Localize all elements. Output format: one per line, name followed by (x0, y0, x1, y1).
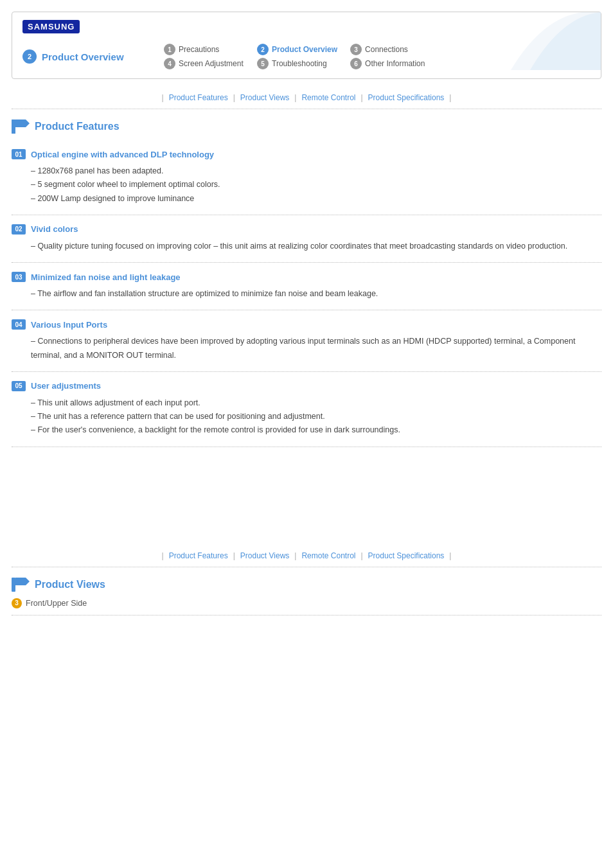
svg-marker-4 (15, 578, 30, 585)
nav-label-3: Connections (365, 45, 408, 54)
nav-item-precautions[interactable]: 1 Precautions (164, 44, 244, 55)
feature-title-01: Optical engine with advanced DLP technol… (31, 150, 214, 159)
feature-block-03: 03 Minimized fan noise and light leakage… (12, 263, 601, 310)
svg-marker-1 (15, 120, 30, 127)
section-flag-icon-views (12, 578, 30, 592)
feature-body-01: – 1280x768 panel has been adapted. – 5 s… (12, 164, 601, 206)
feature-bullet-01-0: – 1280x768 panel has been adapted. (31, 164, 601, 178)
feature-block-01: 01 Optical engine with advanced DLP tech… (12, 140, 601, 215)
feature-bullet-05-0: – This unit allows adjustment of each in… (31, 396, 601, 410)
top-nav-links: | Product Features | Product Views | Rem… (12, 87, 601, 109)
nav-badge-3: 3 (350, 44, 362, 55)
feature-title-row-02: 02 Vivid colors (12, 224, 601, 235)
bottom-nav-link-product-views[interactable]: Product Views (240, 551, 289, 560)
svg-rect-3 (12, 578, 15, 592)
section-number-badge: 2 (22, 49, 37, 64)
feature-badge-04: 04 (12, 319, 26, 330)
section-flag-icon (12, 120, 30, 134)
nav-label-6: Other Information (365, 59, 425, 68)
feature-badge-05: 05 (12, 381, 26, 391)
nav-grid: 1 Precautions 2 Product Overview 3 Conne… (164, 44, 431, 69)
nav-item-other-information[interactable]: 6 Other Information (350, 58, 431, 69)
feature-badge-02: 02 (12, 224, 26, 235)
feature-badge-01: 01 (12, 149, 26, 159)
product-features-title: Product Features (35, 121, 120, 132)
product-views-title: Product Views (35, 579, 105, 590)
product-features-heading: Product Features (12, 120, 601, 134)
feature-bullet-05-2: – For the user's convenience, a backligh… (31, 423, 601, 437)
nav-badge-2: 2 (257, 44, 269, 55)
nav-label-2: Product Overview (272, 45, 337, 54)
front-upper-side: 3 Front/Upper Side (12, 598, 601, 616)
nav-badge-5: 5 (257, 58, 269, 69)
feature-title-04: Various Input Ports (31, 320, 107, 330)
feature-body-02: – Quality picture tuning focused on impr… (12, 240, 601, 253)
bottom-nav-links: | Product Features | Product Views | Rem… (12, 545, 601, 567)
current-section: 2 Product Overview (22, 49, 151, 64)
nav-link-product-views[interactable]: Product Views (240, 93, 289, 102)
nav-link-remote-control[interactable]: Remote Control (301, 93, 355, 102)
feature-bullet-04-0: – Connections to peripheral devices have… (31, 335, 601, 362)
product-views-heading: Product Views (12, 578, 601, 592)
feature-title-row-05: 05 User adjustments (12, 381, 601, 391)
nav-label-5: Troubleshooting (272, 59, 327, 68)
feature-bullet-02-0: – Quality picture tuning focused on impr… (31, 240, 601, 253)
bottom-nav-link-remote-control[interactable]: Remote Control (301, 551, 355, 560)
feature-body-04: – Connections to peripheral devices have… (12, 335, 601, 362)
svg-rect-2 (12, 120, 15, 134)
feature-bullet-01-2: – 200W Lamp designed to improve luminanc… (31, 192, 601, 206)
nav-link-product-features[interactable]: Product Features (169, 93, 228, 102)
nav-badge-6: 6 (350, 58, 362, 69)
nav-item-screen-adjustment[interactable]: 4 Screen Adjustment (164, 58, 244, 69)
nav-badge-4: 4 (164, 58, 175, 69)
feature-title-row-01: 01 Optical engine with advanced DLP tech… (12, 149, 601, 159)
feature-title-row-04: 04 Various Input Ports (12, 319, 601, 330)
feature-title-05: User adjustments (31, 381, 101, 391)
section-title: Product Overview (42, 51, 124, 62)
feature-bullet-01-1: – 5 segment color wheel to implement opt… (31, 178, 601, 191)
feature-block-02: 02 Vivid colors – Quality picture tuning… (12, 215, 601, 263)
feature-bullet-05-1: – The unit has a reference pattern that … (31, 410, 601, 423)
feature-bullet-03-0: – The airflow and fan installation struc… (31, 287, 601, 301)
front-upper-label: Front/Upper Side (26, 599, 87, 608)
page-header: SAMSUNG 2 Product Overview 1 Precautions… (12, 12, 601, 79)
feature-body-05: – This unit allows adjustment of each in… (12, 396, 601, 438)
feature-title-03: Minimized fan noise and light leakage (31, 272, 181, 282)
feature-block-04: 04 Various Input Ports – Connections to … (12, 310, 601, 372)
nav-item-troubleshooting[interactable]: 5 Troubleshooting (257, 58, 337, 69)
feature-title-02: Vivid colors (31, 224, 78, 234)
bottom-nav-link-product-features[interactable]: Product Features (169, 551, 228, 560)
feature-title-row-03: 03 Minimized fan noise and light leakage (12, 272, 601, 282)
nav-item-connections[interactable]: 3 Connections (350, 44, 431, 55)
feature-badge-03: 03 (12, 272, 26, 282)
feature-body-03: – The airflow and fan installation struc… (12, 287, 601, 301)
bottom-nav-link-product-specifications[interactable]: Product Specifications (368, 551, 445, 560)
nav-link-product-specifications[interactable]: Product Specifications (368, 93, 445, 102)
nav-badge-1: 1 (164, 44, 175, 55)
nav-label-1: Precautions (179, 45, 219, 54)
feature-block-05: 05 User adjustments – This unit allows a… (12, 372, 601, 447)
front-upper-badge: 3 (12, 598, 22, 608)
samsung-logo: SAMSUNG (22, 20, 80, 33)
main-content: | Product Features | Product Views | Rem… (12, 87, 601, 616)
nav-label-4: Screen Adjustment (179, 59, 244, 68)
nav-item-product-overview[interactable]: 2 Product Overview (257, 44, 337, 55)
spacer-area (12, 447, 601, 537)
